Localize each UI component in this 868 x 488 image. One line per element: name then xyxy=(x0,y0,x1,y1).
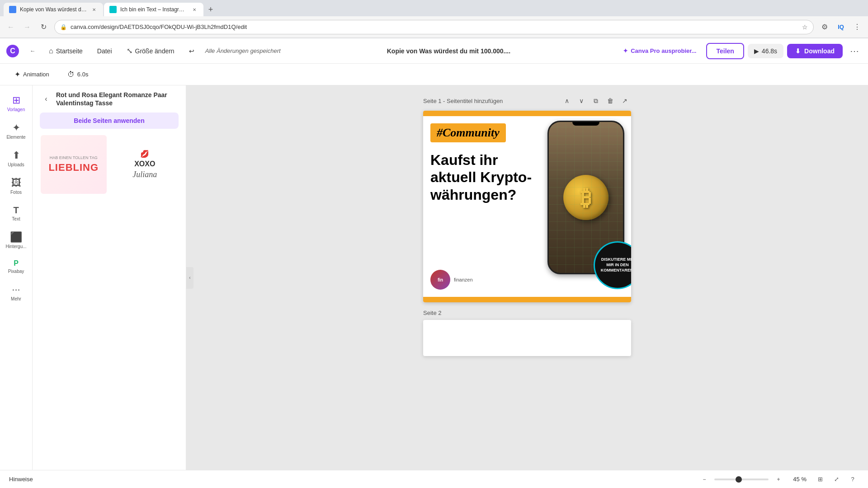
doc-title: Kopie von Was würdest du mit 100.000.... xyxy=(284,47,613,55)
text-icon: T xyxy=(13,206,19,215)
page-2-preview[interactable] xyxy=(423,320,631,356)
canvas-page-1[interactable]: #Community Kaufst ihr aktuell Krypto-wäh… xyxy=(423,111,631,302)
page-delete-button[interactable]: 🗑 xyxy=(604,94,617,107)
panel-back-button[interactable]: ‹ xyxy=(40,93,52,105)
page-expand-up[interactable]: ∧ xyxy=(561,94,573,107)
zoom-slider[interactable] xyxy=(714,479,769,480)
sidebar-item-hintergrund[interactable]: ⬛ Hintergu... xyxy=(2,228,31,253)
more-options-button[interactable]: ⋯ xyxy=(846,43,863,59)
undo-button[interactable]: ↩ xyxy=(184,45,200,57)
vorlagen-icon: ⊞ xyxy=(12,95,20,105)
zoom-plus-button[interactable]: + xyxy=(772,473,785,486)
sidebar-item-pixabay[interactable]: P Pixabay xyxy=(2,255,31,278)
animation-button[interactable]: ✦ Animation xyxy=(9,67,55,81)
forward-button[interactable]: → xyxy=(20,20,34,34)
left-sidebar: ⊞ Vorlagen ✦ Elemente ⬆ Uploads 🖼 Fotos … xyxy=(0,85,33,470)
phone-notch xyxy=(572,122,599,126)
new-tab-button[interactable]: + xyxy=(204,3,217,16)
bottom-bar: Hinweise − + 45 % ⊞ ⤢ ? xyxy=(0,470,868,488)
panel-header: ‹ Rot und Rosa Elegant Romanze Paar Vale… xyxy=(33,85,186,113)
page-share-button[interactable]: ↗ xyxy=(618,94,631,107)
grid-view-button[interactable]: ⊞ xyxy=(814,473,826,486)
page-1-label: Seite 1 - Seitentitel hinzufügen xyxy=(423,98,557,104)
page-duplicate-button[interactable]: ⧉ xyxy=(590,94,602,107)
panel-title: Rot und Rosa Elegant Romanze Paar Valent… xyxy=(56,91,179,107)
sidebar-item-vorlagen[interactable]: ⊞ Vorlagen xyxy=(2,91,31,117)
page-2-label: Seite 2 xyxy=(423,310,631,316)
zoom-controls: − + 45 % ⊞ ⤢ ? xyxy=(698,473,859,486)
hintergrund-icon: ⬛ xyxy=(10,232,22,242)
tab-1-close[interactable]: ✕ xyxy=(90,6,98,13)
top-toolbar: C ← ⌂ Startseite Datei ⤡ Größe ändern ↩ … xyxy=(0,38,868,64)
elemente-icon: ✦ xyxy=(12,123,20,133)
file-menu[interactable]: Datei xyxy=(92,45,118,57)
fotos-icon: 🖼 xyxy=(11,178,21,188)
canva-pro-button[interactable]: ✦ Canva Pro ausprobier... xyxy=(617,44,703,58)
resize-button[interactable]: ⤡ Größe ändern xyxy=(121,44,180,58)
canvas-main-text[interactable]: Kaufst ihr aktuell Krypto-währungen? xyxy=(430,151,533,203)
apply-both-button[interactable]: Beide Seiten anwenden xyxy=(40,113,179,129)
page-1-header: Seite 1 - Seitentitel hinzufügen ∧ ∨ ⧉ 🗑… xyxy=(423,94,631,107)
template-card-1[interactable]: HAB EINEN TOLLEN TAG LIEBLING xyxy=(40,134,108,195)
profile-button[interactable]: IQ xyxy=(834,20,848,34)
animation-bar: ✦ Animation ⏱ 6.0s xyxy=(0,64,868,85)
back-button[interactable]: ← xyxy=(4,20,18,34)
sidebar-toggle[interactable]: ← xyxy=(25,44,40,58)
bottom-border xyxy=(423,297,631,302)
canvas-left: #Community Kaufst ihr aktuell Krypto-wäh… xyxy=(423,116,541,297)
tab-bar: Kopie von Was würdest du mit t... ✕ Ich … xyxy=(0,0,868,16)
page-expand-down[interactable]: ∨ xyxy=(575,94,588,107)
download-button[interactable]: ⬇ Download xyxy=(787,44,843,58)
hashtag-badge[interactable]: #Community xyxy=(430,123,506,142)
pixabay-icon: P xyxy=(14,260,19,267)
play-button[interactable]: ▶ 46.8s xyxy=(748,44,783,58)
sidebar-item-elemente[interactable]: ✦ Elemente xyxy=(2,118,31,144)
template-card-2[interactable]: 💋 XOXO Juliana xyxy=(111,134,179,195)
canva-logo[interactable]: C xyxy=(5,44,20,58)
nav-bar: ← → ↻ 🔒 canva.com/design/DAETDSJ0cqo/FOk… xyxy=(0,16,868,38)
extensions-button[interactable]: ⚙ xyxy=(817,20,832,34)
canvas-area: ‹ Seite 1 - Seitentitel hinzufügen ∧ ∨ ⧉… xyxy=(186,85,868,470)
help-button[interactable]: ? xyxy=(846,473,859,486)
duration-button[interactable]: ⏱ 6.0s xyxy=(62,68,94,81)
address-bar[interactable]: 🔒 canva.com/design/DAETDSJ0cqo/FOkQDU-Wi… xyxy=(54,20,814,34)
save-status: Alle Änderungen gespeichert xyxy=(205,47,281,54)
zoom-minus-button[interactable]: − xyxy=(698,473,711,486)
uploads-icon: ⬆ xyxy=(12,150,20,160)
bookmark-star-icon[interactable]: ☆ xyxy=(802,23,808,31)
zoom-level: 45 % xyxy=(788,476,807,483)
tab-2[interactable]: Ich bin ein Text – Instagram-Bei... ✕ xyxy=(104,3,203,16)
canvas-logo: fin finanzen xyxy=(430,270,533,290)
template-panel: ‹ Rot und Rosa Elegant Romanze Paar Vale… xyxy=(33,85,186,470)
author-avatar: fin xyxy=(430,270,450,290)
sidebar-item-text[interactable]: T Text xyxy=(2,201,31,226)
canvas-content: #Community Kaufst ihr aktuell Krypto-wäh… xyxy=(423,116,631,297)
share-button[interactable]: Teilen xyxy=(706,43,744,59)
menu-button[interactable]: ⋮ xyxy=(850,20,864,34)
template-grid: HAB EINEN TOLLEN TAG LIEBLING 💋 XOXO Jul… xyxy=(33,134,186,195)
sidebar-item-uploads[interactable]: ⬆ Uploads xyxy=(2,146,31,172)
fullscreen-button[interactable]: ⤢ xyxy=(830,473,843,486)
canvas-right: ₿ DISKUTIERE MIT MIR IN DEN KOMMENTAREN! xyxy=(541,116,631,297)
svg-text:C: C xyxy=(10,47,15,55)
sidebar-item-mehr[interactable]: ··· Mehr xyxy=(2,280,31,306)
refresh-button[interactable]: ↻ xyxy=(36,20,51,34)
page-1-section: Seite 1 - Seitentitel hinzufügen ∧ ∨ ⧉ 🗑… xyxy=(423,94,631,302)
top-border xyxy=(423,111,631,116)
heart-icon: 💋 xyxy=(140,150,149,158)
zoom-thumb[interactable] xyxy=(736,476,742,483)
tab-2-close[interactable]: ✕ xyxy=(191,6,198,13)
page-2-section: Seite 2 xyxy=(423,310,631,356)
home-button[interactable]: ⌂ Startseite xyxy=(43,44,88,58)
sidebar-item-fotos[interactable]: 🖼 Fotos xyxy=(2,174,31,199)
mehr-icon: ··· xyxy=(12,285,20,295)
collapse-panel-button[interactable]: ‹ xyxy=(186,267,193,289)
hints-label: Hinweise xyxy=(9,476,33,483)
tab-1[interactable]: Kopie von Was würdest du mit t... ✕ xyxy=(4,3,103,16)
